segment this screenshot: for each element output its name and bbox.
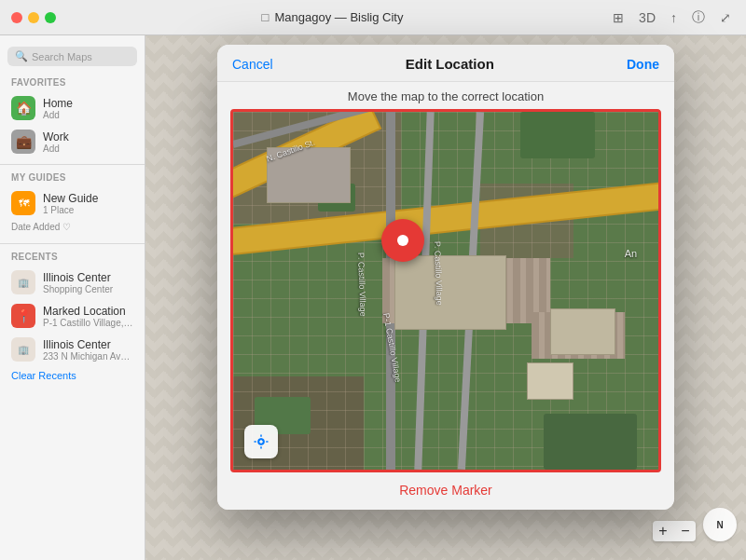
building-3	[550, 308, 615, 355]
building-4	[527, 362, 573, 400]
pin-dot	[397, 235, 408, 246]
home-sub: Add	[43, 110, 133, 120]
modal-subtitle: Move the map to the correct location	[217, 82, 674, 109]
illinois-name-1: Illinois Center	[43, 271, 133, 284]
illinois-sub-2: 233 N Michigan Ave, Chi...	[43, 351, 133, 362]
sidebar-item-illinois-center-1[interactable]: 🏢 Illinois Center Shopping Center	[0, 266, 145, 299]
guide-info: New Guide 1 Place	[43, 192, 133, 215]
home-icon: 🏠	[11, 96, 35, 120]
sidebar: 🔍 Search Maps Favorites 🏠 Home Add 💼 Wor…	[0, 35, 145, 560]
vegetation-3	[544, 414, 637, 470]
done-button[interactable]: Done	[627, 57, 659, 72]
marked-location-icon: 📍	[11, 304, 35, 328]
location-button[interactable]	[244, 425, 278, 458]
illinois-sub-1: Shopping Center	[43, 284, 133, 294]
illinois-info-2: Illinois Center 233 N Michigan Ave, Chi.…	[43, 338, 133, 362]
building-1	[394, 255, 506, 330]
share-button[interactable]: ↑	[667, 8, 681, 27]
marked-location-sub: P-1 Castillo Village, Bi...	[43, 318, 133, 328]
clear-recents-button[interactable]: Clear Recents	[0, 366, 145, 385]
work-name: Work	[43, 130, 133, 143]
guide-name: New Guide	[43, 192, 133, 205]
modal-overlay: Cancel Edit Location Done Move the map t…	[145, 35, 746, 560]
favorites-label: Favorites	[0, 75, 145, 91]
edit-location-modal: Cancel Edit Location Done Move the map t…	[217, 45, 674, 510]
p-castillo-label-2: P. Castillo Village	[433, 241, 444, 306]
svg-point-0	[258, 439, 264, 444]
divider-1	[0, 164, 145, 165]
p-castillo-label-1: P. Castillo Village	[356, 253, 367, 317]
minimize-button[interactable]	[28, 12, 39, 23]
illinois-icon-1: 🏢	[11, 270, 35, 294]
3d-button[interactable]: 3D	[635, 8, 659, 27]
window-title: Mangagoy — Bislig City	[274, 10, 403, 24]
recents-label: Recents	[0, 250, 145, 266]
modal-title: Edit Location	[406, 56, 494, 72]
guide-sub: 1 Place	[43, 205, 133, 215]
info-button[interactable]: ⓘ	[688, 7, 709, 28]
illinois-icon-2: 🏢	[11, 337, 35, 362]
marked-location-info: Marked Location P-1 Castillo Village, Bi…	[43, 305, 133, 328]
satellite-map: N. Castillo St. P. Castillo Village P. C…	[233, 112, 658, 470]
divider-2	[0, 243, 145, 244]
search-bar[interactable]: 🔍 Search Maps	[7, 47, 137, 66]
modal-footer: Remove Marker	[217, 472, 674, 510]
sidebar-item-work[interactable]: 💼 Work Add	[0, 125, 145, 158]
window-controls	[11, 12, 56, 23]
work-info: Work Add	[43, 130, 133, 154]
cancel-button[interactable]: Cancel	[232, 57, 273, 72]
date-added-label: Date Added ♡	[0, 220, 145, 238]
pin-circle	[381, 219, 424, 262]
title-bar: □ Mangagoy — Bislig City ⊞ 3D ↑ ⓘ ⤢	[0, 0, 746, 35]
guides-label: My Guides	[0, 171, 145, 186]
search-icon: 🔍	[15, 50, 28, 62]
sidebar-item-marked-location[interactable]: 📍 Marked Location P-1 Castillo Village, …	[0, 299, 145, 333]
modal-header: Cancel Edit Location Done	[217, 45, 674, 82]
sidebar-item-home[interactable]: 🏠 Home Add	[0, 91, 145, 125]
guide-icon: 🗺	[11, 191, 35, 215]
work-sub: Add	[43, 143, 133, 154]
illinois-info-1: Illinois Center Shopping Center	[43, 271, 133, 294]
close-button[interactable]	[11, 12, 22, 23]
home-name: Home	[43, 97, 133, 110]
marked-location-name: Marked Location	[43, 305, 133, 318]
maximize-button[interactable]	[45, 12, 56, 23]
modal-map[interactable]: N. Castillo St. P. Castillo Village P. C…	[230, 109, 661, 472]
work-icon: 💼	[11, 130, 35, 154]
map-pin	[381, 219, 424, 262]
an-label: An	[625, 248, 637, 259]
title-bar-center: □ Mangagoy — Bislig City	[56, 10, 609, 24]
illinois-name-2: Illinois Center	[43, 338, 133, 351]
title-bar-right: ⊞ 3D ↑ ⓘ ⤢	[609, 7, 735, 28]
home-info: Home Add	[43, 97, 133, 120]
search-input: Search Maps	[32, 51, 92, 62]
map-icon: □	[262, 10, 269, 24]
sidebar-item-new-guide[interactable]: 🗺 New Guide 1 Place	[0, 186, 145, 220]
sidebar-toggle-button[interactable]: ⊞	[609, 8, 628, 27]
sidebar-item-illinois-center-2[interactable]: 🏢 Illinois Center 233 N Michigan Ave, Ch…	[0, 333, 145, 366]
remove-marker-button[interactable]: Remove Marker	[399, 483, 492, 498]
vegetation-1	[520, 112, 595, 158]
fullscreen-button[interactable]: ⤢	[716, 8, 735, 27]
